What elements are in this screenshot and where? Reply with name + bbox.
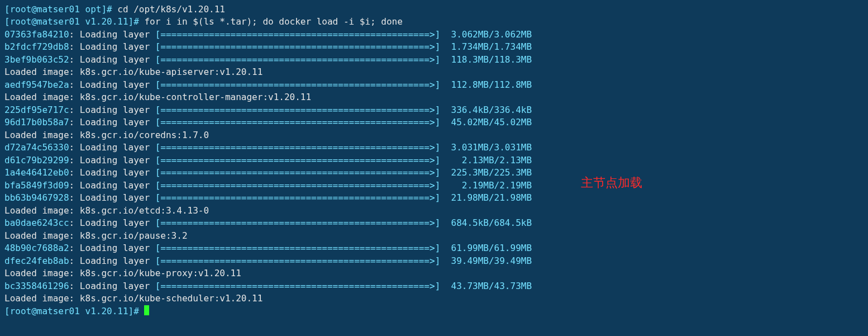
loading-layer-line: bb63b9467928: Loading layer [===========… bbox=[4, 192, 864, 205]
loading-layer-line: 48b90c7688a2: Loading layer [===========… bbox=[4, 242, 864, 255]
loading-layer-line: 1a4e46412eb0: Loading layer [===========… bbox=[4, 167, 864, 179]
loading-layer-line: 225df95e717c: Loading layer [===========… bbox=[4, 104, 864, 117]
loaded-image-line: Loaded image: k8s.gcr.io/kube-scheduler:… bbox=[4, 292, 864, 305]
loading-layer-line: bc3358461296: Loading layer [===========… bbox=[4, 280, 864, 293]
loaded-image-line: Loaded image: k8s.gcr.io/coredns:1.7.0 bbox=[4, 129, 864, 142]
loading-layer-line: 07363fa84210: Loading layer [===========… bbox=[4, 29, 864, 41]
loading-layer-line: bfa5849f3d09: Loading layer [===========… bbox=[4, 179, 864, 192]
loading-layer-line: 96d17b0b58a7: Loading layer [===========… bbox=[4, 116, 864, 129]
loading-layer-line: aedf9547be2a: Loading layer [===========… bbox=[4, 79, 864, 92]
terminal[interactable]: scheduler.tar[root@matser01 opt]# cd /op… bbox=[0, 0, 868, 318]
prompt-line: [root@matser01 v1.20.11]# for i in $(ls … bbox=[4, 16, 864, 29]
cursor bbox=[144, 305, 149, 315]
loading-layer-line: ba0dae6243cc: Loading layer [===========… bbox=[4, 217, 864, 230]
loaded-image-line: Loaded image: k8s.gcr.io/kube-apiserver:… bbox=[4, 66, 864, 79]
loading-layer-line: d72a74c56330: Loading layer [===========… bbox=[4, 141, 864, 154]
loading-layer-line: 3bef9b063c52: Loading layer [===========… bbox=[4, 54, 864, 67]
loading-layer-line: dfec24feb8ab: Loading layer [===========… bbox=[4, 255, 864, 268]
loading-layer-line: b2fdcf729db8: Loading layer [===========… bbox=[4, 41, 864, 54]
loaded-image-line: Loaded image: k8s.gcr.io/etcd:3.4.13-0 bbox=[4, 205, 864, 217]
loaded-image-line: Loaded image: k8s.gcr.io/kube-proxy:v1.2… bbox=[4, 267, 864, 280]
loaded-image-line: Loaded image: k8s.gcr.io/pause:3.2 bbox=[4, 230, 864, 243]
loaded-image-line: Loaded image: k8s.gcr.io/kube-controller… bbox=[4, 91, 864, 104]
prompt-line[interactable]: [root@matser01 v1.20.11]# bbox=[4, 305, 864, 318]
annotation-label: 主节点加载 bbox=[581, 177, 642, 190]
prompt-line: [root@matser01 opt]# cd /opt/k8s/v1.20.1… bbox=[4, 3, 864, 16]
loading-layer-line: d61c79b29299: Loading layer [===========… bbox=[4, 154, 864, 167]
